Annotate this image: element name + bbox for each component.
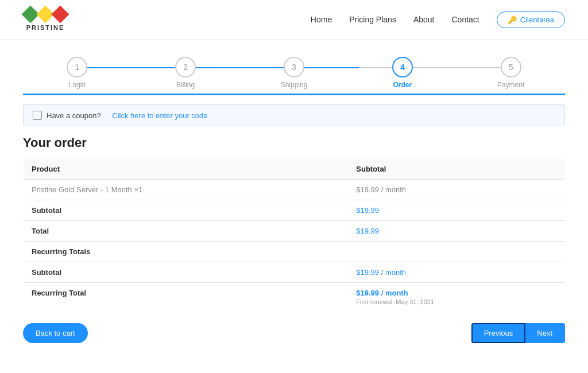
diamond-red [51, 5, 69, 23]
step-payment: 5 Payment [457, 57, 565, 89]
total-row: Total $19.99 [24, 221, 565, 242]
footer-buttons: Back to cart Previous Next [23, 323, 565, 343]
main-nav: Home Pricing Plans About Contact 🔑 Clien… [311, 11, 565, 28]
step-circle-5: 5 [501, 57, 521, 77]
nav-pricing-plans[interactable]: Pricing Plans [349, 15, 396, 24]
table-header-row: Product Subtotal [24, 159, 565, 180]
product-name-cell: Pristine Gold Server - 1 Month ×1 [24, 180, 349, 200]
step-billing: 2 Billing [131, 57, 240, 89]
order-section: Your order Product Subtotal Pristine Gol… [23, 135, 565, 312]
recurring-subtotal-label: Subtotal [24, 262, 349, 283]
recurring-subtotal-row: Subtotal $19.99 / month [24, 262, 565, 283]
recurring-total-value: $19.99 / month First renewal: May 31, 20… [348, 283, 564, 312]
key-icon: 🔑 [508, 15, 517, 24]
logo-diamonds [23, 8, 68, 21]
step-label-billing: Billing [176, 81, 195, 89]
total-label: Total [24, 221, 349, 242]
recurring-totals-label: Recurring Totals [24, 242, 565, 262]
step-label-shipping: Shipping [281, 81, 308, 89]
blue-divider [23, 94, 565, 95]
table-row: Pristine Gold Server - 1 Month ×1 $19.99… [24, 180, 565, 200]
step-label-payment: Payment [497, 81, 524, 89]
step-circle-4: 4 [392, 57, 413, 77]
previous-button[interactable]: Previous [471, 323, 526, 343]
step-circle-1: 1 [67, 57, 87, 77]
col-header-subtotal: Subtotal [348, 159, 564, 180]
nav-about[interactable]: About [413, 15, 435, 24]
recurring-total-row: Recurring Total $19.99 / month First ren… [24, 283, 565, 312]
clientarea-label: Clientarea [520, 15, 554, 24]
renewal-text: First renewal: May 31, 2021 [356, 298, 556, 305]
checkout-steps: 1 Login 2 Billing 3 Shipping 4 Order 5 [0, 40, 588, 89]
subtotal-value: $19.99 [348, 200, 564, 221]
next-button[interactable]: Next [525, 323, 565, 343]
nav-button-group: Previous Next [471, 323, 565, 343]
order-title: Your order [23, 135, 565, 150]
step-label-order: Order [393, 81, 412, 89]
product-name: Pristine Gold Server - 1 Month [32, 185, 132, 194]
step-order: 4 Order [348, 57, 457, 89]
coupon-text: Have a coupon? [47, 111, 101, 120]
order-table: Product Subtotal Pristine Gold Server - … [23, 158, 565, 312]
coupon-link[interactable]: Click here to enter your code [112, 111, 207, 120]
logo-text: PRISTINE [26, 24, 65, 31]
step-shipping: 3 Shipping [240, 57, 349, 89]
steps-row: 1 Login 2 Billing 3 Shipping 4 Order 5 [23, 57, 565, 89]
recurring-totals-row: Recurring Totals [24, 242, 565, 262]
back-to-cart-button[interactable]: Back to cart [23, 323, 88, 343]
product-subtotal-cell: $19.99 / month [348, 180, 564, 200]
subtotal-label: Subtotal [24, 200, 349, 221]
col-header-product: Product [24, 159, 349, 180]
step-label-login: Login [69, 81, 86, 89]
nav-home[interactable]: Home [311, 15, 332, 24]
product-subtotal-value: $19.99 / month [356, 185, 406, 194]
coupon-icon [33, 111, 42, 120]
recurring-total-label: Recurring Total [24, 283, 349, 312]
coupon-notice: Have a coupon? Click here to enter your … [23, 104, 565, 126]
subtotal-row: Subtotal $19.99 [24, 200, 565, 221]
recurring-subtotal-value: $19.99 / month [348, 262, 564, 283]
step-circle-2: 2 [175, 57, 196, 77]
header: PRISTINE Home Pricing Plans About Contac… [0, 0, 588, 40]
step-circle-3: 3 [284, 57, 304, 77]
clientarea-button[interactable]: 🔑 Clientarea [497, 11, 565, 28]
step-login: 1 Login [23, 57, 131, 89]
nav-contact[interactable]: Contact [451, 15, 479, 24]
logo: PRISTINE [23, 8, 68, 31]
product-quantity: ×1 [134, 185, 142, 194]
total-value: $19.99 [348, 221, 564, 242]
